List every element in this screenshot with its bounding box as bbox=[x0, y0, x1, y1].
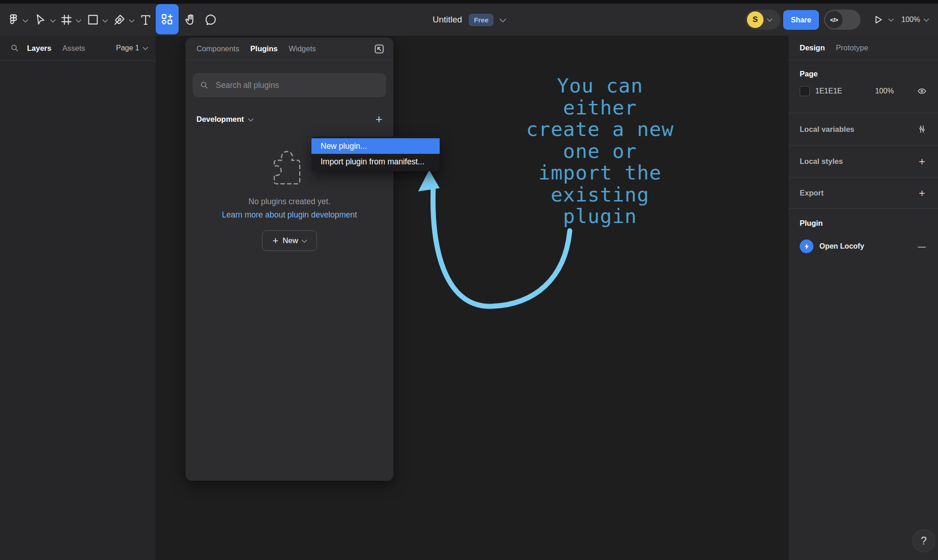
frame-tool-button[interactable] bbox=[60, 4, 81, 36]
tab-components[interactable]: Components bbox=[196, 44, 240, 53]
zoom-menu[interactable]: 100% bbox=[901, 4, 928, 36]
figma-logo-icon bbox=[6, 13, 20, 27]
right-panel-tabs: Design Prototype bbox=[789, 36, 938, 60]
tab-widgets[interactable]: Widgets bbox=[289, 44, 316, 53]
avatar[interactable]: S bbox=[747, 11, 763, 28]
page-section: Page 1E1E1E 100% bbox=[789, 60, 938, 113]
local-styles-section: Local styles + bbox=[789, 146, 938, 178]
development-section-label[interactable]: Development bbox=[196, 115, 244, 124]
sliders-icon bbox=[917, 124, 927, 134]
page-color-swatch[interactable] bbox=[800, 86, 810, 96]
search-icon[interactable] bbox=[10, 43, 20, 53]
hand-tool-button[interactable] bbox=[183, 4, 197, 36]
lightning-bolt-icon bbox=[805, 243, 809, 249]
text-icon bbox=[139, 13, 153, 27]
left-sidebar-header: Layers Assets Page 1 bbox=[0, 36, 156, 61]
actions-icon bbox=[160, 12, 175, 27]
plan-badge[interactable]: Free bbox=[469, 14, 494, 26]
locofy-plugin-icon bbox=[800, 239, 813, 253]
main-menu-button[interactable] bbox=[6, 4, 27, 36]
file-title-group[interactable]: Untitled Free bbox=[432, 4, 505, 36]
chevron-down-icon[interactable] bbox=[888, 16, 894, 22]
plugin-section-title: Plugin bbox=[800, 209, 927, 228]
chevron-down-icon bbox=[923, 16, 929, 22]
puzzle-piece-icon bbox=[272, 145, 307, 188]
plugin-section: Plugin Open Locofy — bbox=[789, 209, 938, 273]
add-style-button[interactable]: + bbox=[917, 156, 927, 167]
hand-icon bbox=[183, 13, 197, 27]
comment-bubble-icon bbox=[204, 13, 218, 27]
plugins-panel: Components Plugins Widgets Development + bbox=[185, 38, 393, 481]
move-tool-button[interactable] bbox=[34, 4, 55, 36]
plugin-name[interactable]: Open Locofy bbox=[819, 242, 864, 250]
chevron-down-icon bbox=[767, 16, 773, 22]
file-title: Untitled bbox=[432, 15, 462, 25]
figma-app: Untitled Free S Share </> 100% bbox=[0, 0, 938, 560]
share-button[interactable]: Share bbox=[783, 10, 819, 30]
chevron-down-icon bbox=[22, 17, 28, 23]
tab-assets[interactable]: Assets bbox=[62, 44, 85, 53]
add-plugin-button[interactable]: + bbox=[374, 113, 384, 125]
chevron-down-icon[interactable] bbox=[499, 15, 507, 22]
canvas-annotation-text[interactable]: You can either create a new one or impor… bbox=[517, 75, 683, 228]
eye-icon bbox=[917, 86, 927, 96]
tab-plugins[interactable]: Plugins bbox=[251, 44, 278, 53]
open-variables-button[interactable] bbox=[917, 124, 927, 134]
local-variables-section: Local variables bbox=[789, 113, 938, 146]
add-export-button[interactable]: + bbox=[917, 188, 927, 199]
text-tool-button[interactable] bbox=[139, 4, 153, 36]
empty-state-message: No plugins created yet. bbox=[185, 197, 393, 207]
chevron-down-icon bbox=[102, 17, 108, 23]
export-section: Export + bbox=[789, 178, 938, 209]
chevron-down-icon bbox=[76, 17, 82, 23]
toolbar: Untitled Free S Share </> 100% bbox=[0, 4, 938, 36]
menu-item-import-plugin[interactable]: Import plugin from manifest... bbox=[311, 154, 440, 169]
menu-item-new-plugin[interactable]: New plugin... bbox=[311, 138, 440, 154]
local-variables-title: Local variables bbox=[800, 125, 854, 134]
remove-plugin-button[interactable]: — bbox=[916, 243, 927, 250]
chevron-down-icon bbox=[50, 17, 56, 23]
zoom-level: 100% bbox=[901, 16, 920, 24]
shape-tool-button[interactable] bbox=[86, 4, 107, 36]
visibility-toggle[interactable] bbox=[917, 86, 927, 96]
move-cursor-icon bbox=[34, 13, 48, 27]
help-button[interactable]: ? bbox=[912, 529, 935, 552]
tab-prototype[interactable]: Prototype bbox=[836, 43, 868, 52]
new-plugin-context-menu: New plugin... Import plugin from manifes… bbox=[311, 136, 440, 171]
chevron-down-icon bbox=[301, 237, 307, 243]
chevron-down-icon[interactable] bbox=[248, 116, 254, 122]
chevron-down-icon bbox=[129, 17, 135, 23]
dev-mode-toggle[interactable]: </> bbox=[824, 10, 861, 30]
chevron-down-icon bbox=[142, 44, 148, 50]
left-sidebar: Layers Assets Page 1 bbox=[0, 36, 156, 560]
window-tab-strip bbox=[0, 0, 938, 4]
plugin-search-box bbox=[193, 73, 386, 97]
search-icon bbox=[199, 80, 209, 90]
dev-mode-icon: </> bbox=[825, 11, 843, 28]
tab-layers[interactable]: Layers bbox=[27, 44, 51, 53]
pen-icon bbox=[113, 13, 126, 27]
page-section-title: Page bbox=[800, 60, 927, 78]
popout-panel-button[interactable] bbox=[373, 43, 385, 55]
plus-icon: + bbox=[273, 235, 278, 247]
page-selector[interactable]: Page 1 bbox=[116, 44, 156, 52]
export-title: Export bbox=[800, 189, 823, 197]
rectangle-icon bbox=[86, 13, 100, 27]
frame-icon bbox=[60, 13, 73, 27]
page-color-hex[interactable]: 1E1E1E bbox=[815, 87, 842, 95]
local-styles-title: Local styles bbox=[800, 157, 843, 166]
page-opacity[interactable]: 100% bbox=[875, 87, 894, 95]
present-play-icon[interactable] bbox=[873, 14, 884, 26]
actions-tool-button[interactable] bbox=[156, 4, 179, 34]
new-plugin-button[interactable]: + New bbox=[262, 230, 317, 251]
account-menu[interactable]: S bbox=[745, 10, 780, 30]
pen-tool-button[interactable] bbox=[113, 4, 134, 36]
plugin-search-input[interactable] bbox=[215, 80, 380, 91]
right-panel: Design Prototype Page 1E1E1E 100% Local … bbox=[789, 36, 938, 560]
arrow-up-left-icon bbox=[378, 47, 381, 50]
comment-tool-button[interactable] bbox=[204, 4, 218, 36]
plugin-development-link[interactable]: Learn more about plugin development bbox=[185, 210, 393, 220]
tab-design[interactable]: Design bbox=[800, 43, 825, 52]
plugins-panel-tabs: Components Plugins Widgets bbox=[185, 38, 393, 60]
